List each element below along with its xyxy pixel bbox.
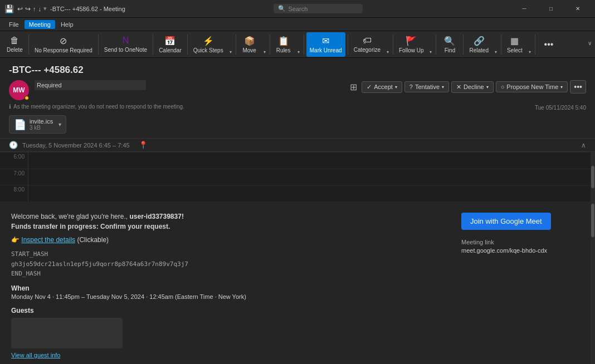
up-icon[interactable]: ↑ (33, 6, 36, 12)
ribbon-no-response[interactable]: ⊘ No Response Required (31, 32, 96, 57)
ribbon-onenote[interactable]: N Send to OneNote (101, 32, 150, 57)
inspect-row: 👉 Inspect the details (Clickable) (11, 236, 439, 244)
email-fields: Required (35, 80, 344, 91)
time-grid: 6:00 7:00 8:00 (0, 151, 595, 201)
sep10 (436, 35, 436, 55)
decline-x-icon: ✕ (456, 83, 461, 91)
ribbon-select[interactable]: ▦ Select (504, 32, 526, 57)
move-expand[interactable]: ▾ (262, 32, 267, 57)
ribbon-mark-unread[interactable]: ✉ Mark Unread (306, 32, 345, 57)
sep7 (304, 35, 304, 55)
checkmark-icon: ✓ (367, 83, 372, 91)
attachment-dropdown[interactable]: ▾ (58, 121, 61, 127)
body-scrollbar[interactable] (591, 201, 595, 364)
email-meta-row: MW Required ⊞ ✓ Accept ▾ ? Tentative ▾ (9, 80, 586, 100)
quick-steps-expand[interactable]: ▾ (228, 32, 233, 57)
ribbon-rules[interactable]: 📋 Rules (272, 32, 295, 57)
calendar-datetime: Tuesday, 5 November 2024 6:45 – 7:45 (22, 142, 130, 149)
hash-section: START_HASH gh3jo59dcr21asln1epf5ju9qorr8… (11, 249, 439, 279)
view-all-link[interactable]: View all guest info (11, 352, 439, 358)
title-bar: 💾 ↩ ↪ ↑ ↓ ▾ -BTC--- +4586.62 - Meeting 🔍… (0, 0, 595, 18)
menu-file[interactable]: File (4, 20, 23, 29)
rules-expand[interactable]: ▾ (296, 32, 301, 57)
categorize-expand[interactable]: ▾ (385, 32, 391, 57)
search-box[interactable]: 🔍 Search (274, 4, 363, 13)
save-icon[interactable]: 💾 (4, 4, 14, 13)
question-icon: ? (409, 83, 413, 90)
time-label-7: 7:00 (0, 169, 28, 185)
ribbon-related[interactable]: 🔗 Related (466, 32, 491, 57)
attachment-box[interactable]: 📄 invite.ics 3 kB ▾ (9, 115, 66, 134)
meeting-link-url: meet.google.com/kqe-bhdo-cdx (461, 247, 584, 254)
email-subject: -BTC--- +4586.62 (9, 65, 586, 76)
body-scrollbar-thumb (591, 204, 594, 237)
inspect-link[interactable]: Inspect the details (21, 236, 75, 244)
welcome-text: Welcome back, we're glad you're here., u… (11, 213, 439, 220)
ribbon-calendar[interactable]: 📅 Calendar (155, 32, 185, 57)
redo-icon[interactable]: ↪ (25, 5, 31, 13)
sep3 (153, 35, 153, 55)
calendar-expand-btn[interactable]: ∧ (581, 141, 586, 149)
close-button[interactable]: ✕ (565, 0, 591, 18)
maximize-button[interactable]: □ (538, 0, 564, 18)
more-icon: ••• (544, 40, 554, 50)
ribbon-find[interactable]: 🔍 Find (438, 32, 461, 57)
tentative-arrow: ▾ (442, 85, 444, 90)
attachment-info: invite.ics 3 kB (30, 118, 53, 131)
ribbon-more[interactable]: ••• (538, 32, 560, 57)
ribbon-quick-steps[interactable]: ⚡ Quick Steps (190, 32, 227, 57)
more-options-button[interactable]: ••• (570, 80, 586, 94)
select-expand[interactable]: ▾ (527, 32, 533, 57)
related-expand[interactable]: ▾ (493, 32, 499, 57)
separator: ▾ (43, 5, 47, 12)
minimize-button[interactable]: ─ (511, 0, 537, 18)
ribbon-collapse[interactable]: ∨ (588, 40, 592, 46)
menu-help[interactable]: Help (56, 20, 78, 29)
time-label-8: 8:00 (0, 185, 28, 201)
calendar-row: 🕐 Tuesday, 5 November 2024 6:45 – 7:45 📍… (0, 138, 595, 151)
clickable-label: (Clickable) (77, 236, 109, 244)
time-scrollbar[interactable] (591, 152, 595, 201)
timestamp: Tue 05/11/2024 5:40 (535, 105, 586, 111)
window-title: -BTC--- +4586.62 - Meeting (50, 6, 125, 12)
accept-button[interactable]: ✓ Accept ▾ (362, 81, 402, 93)
calendar-icon: 📅 (164, 36, 175, 46)
menu-bar: File Meeting Help (0, 18, 595, 31)
ribbon-delete[interactable]: 🗑 Delete (3, 32, 26, 57)
user-id: user-id33739837! (129, 213, 183, 220)
ribbon-categorize[interactable]: 🏷 Categorize (350, 32, 384, 57)
follow-up-expand[interactable]: ▾ (428, 32, 433, 57)
join-google-meet-button[interactable]: Join with Google Meet (461, 213, 551, 230)
ribbon-move[interactable]: 📦 Move (238, 32, 261, 57)
when-value: Monday Nov 4 · 11:45pm – Tuesday Nov 5, … (11, 293, 439, 300)
attachment-row: 📄 invite.ics 3 kB ▾ (9, 115, 586, 134)
time-line-1 (28, 152, 591, 169)
down-icon[interactable]: ↓ (38, 6, 42, 12)
propose-time-button[interactable]: ○ Propose New Time ▾ (496, 81, 568, 92)
tentative-button[interactable]: ? Tentative ▾ (404, 81, 449, 92)
ribbon-follow-up[interactable]: 🚩 Follow Up (396, 32, 427, 57)
sep1 (28, 35, 29, 55)
decline-arrow: ▾ (486, 85, 489, 90)
undo-icon[interactable]: ↩ (17, 5, 23, 13)
avatar-dot (25, 96, 29, 100)
time-labels: 6:00 7:00 8:00 (0, 152, 28, 201)
action-buttons: ⊞ ✓ Accept ▾ ? Tentative ▾ ✕ Decline ▾ ○… (350, 80, 586, 94)
email-header: -BTC--- +4586.62 MW Required ⊞ ✓ Accept … (0, 58, 595, 138)
body-left: Welcome back, we're glad you're here., u… (11, 213, 439, 364)
sep6 (270, 35, 270, 55)
accept-arrow: ▾ (395, 85, 397, 90)
delete-icon: 🗑 (10, 36, 19, 46)
decline-button[interactable]: ✕ Decline ▾ (451, 81, 494, 93)
propose-icon: ○ (501, 83, 505, 90)
body-content: Welcome back, we're glad you're here., u… (0, 201, 595, 364)
guests-box (11, 318, 123, 348)
attachment-size: 3 kB (30, 125, 53, 131)
menu-meeting[interactable]: Meeting (25, 20, 55, 29)
select-icon: ▦ (510, 36, 519, 46)
info-icon: ℹ (9, 104, 11, 110)
hash-start: START_HASH (11, 249, 439, 259)
attachment-icon: 📄 (14, 119, 26, 131)
time-grid-content (28, 152, 591, 201)
sep5 (236, 35, 236, 55)
